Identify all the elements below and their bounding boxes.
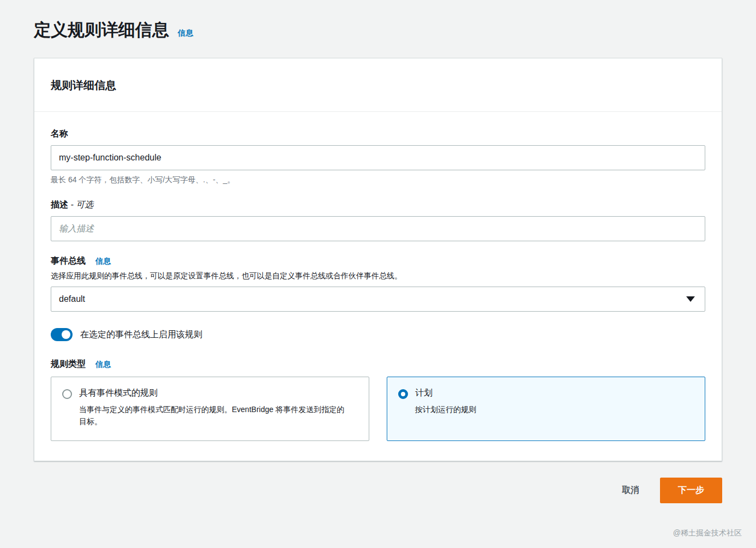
footer-actions: 取消 下一步: [34, 478, 722, 503]
rule-type-field: 规则类型 信息 具有事件模式的规则 当事件与定义的事件模式匹配时运行的规则。Ev…: [51, 359, 705, 441]
event-bus-selected-value: default: [59, 294, 85, 304]
description-label: 描述 - 可选: [51, 199, 705, 211]
page-title-row: 定义规则详细信息 信息: [34, 19, 722, 41]
card-body: 名称 最长 64 个字符，包括数字、小写/大写字母、.、-、_。 描述 - 可选…: [34, 112, 722, 461]
rule-type-option-event-pattern[interactable]: 具有事件模式的规则 当事件与定义的事件模式匹配时运行的规则。EventBridg…: [51, 377, 369, 441]
toggle-knob: [62, 330, 70, 339]
rule-type-option-schedule[interactable]: 计划 按计划运行的规则: [387, 377, 705, 441]
description-optional-text: - 可选: [70, 200, 93, 209]
name-input[interactable]: [51, 145, 705, 170]
rule-details-card: 规则详细信息 名称 最长 64 个字符，包括数字、小写/大写字母、.、-、_。 …: [34, 58, 722, 461]
page: 定义规则详细信息 信息 规则详细信息 名称 最长 64 个字符，包括数字、小写/…: [0, 0, 756, 503]
option-text: 具有事件模式的规则 当事件与定义的事件模式匹配时运行的规则。EventBridg…: [79, 388, 352, 428]
next-button[interactable]: 下一步: [660, 478, 722, 503]
rule-type-options: 具有事件模式的规则 当事件与定义的事件模式匹配时运行的规则。EventBridg…: [51, 377, 705, 441]
name-hint: 最长 64 个字符，包括数字、小写/大写字母、.、-、_。: [51, 175, 705, 185]
page-title: 定义规则详细信息: [34, 19, 169, 41]
event-bus-label: 事件总线: [51, 255, 86, 267]
chevron-down-icon: [686, 296, 695, 302]
radio-unchecked-icon[interactable]: [62, 389, 72, 399]
option-title: 计划: [415, 388, 476, 399]
event-bus-info-link[interactable]: 信息: [95, 257, 111, 266]
option-title: 具有事件模式的规则: [79, 388, 352, 399]
rule-type-label: 规则类型: [51, 359, 86, 370]
option-description: 当事件与定义的事件模式匹配时运行的规则。EventBridge 将事件发送到指定…: [79, 403, 352, 428]
enable-rule-toggle-row: 在选定的事件总线上启用该规则: [51, 328, 705, 341]
watermark: @稀土掘金技术社区: [673, 528, 742, 538]
rule-type-info-link[interactable]: 信息: [95, 360, 111, 370]
event-bus-label-row: 事件总线 信息: [51, 255, 705, 267]
event-bus-field: 事件总线 信息 选择应用此规则的事件总线，可以是原定设置事件总线，也可以是自定义…: [51, 255, 705, 312]
rule-type-label-row: 规则类型 信息: [51, 359, 705, 370]
description-input[interactable]: [51, 216, 705, 241]
description-field: 描述 - 可选: [51, 199, 705, 241]
enable-rule-toggle[interactable]: [51, 328, 73, 341]
event-bus-select[interactable]: default: [51, 287, 705, 312]
event-bus-hint: 选择应用此规则的事件总线，可以是原定设置事件总线，也可以是自定义事件总线或合作伙…: [51, 271, 705, 281]
radio-checked-icon[interactable]: [398, 389, 408, 399]
enable-rule-toggle-label: 在选定的事件总线上启用该规则: [80, 329, 202, 341]
cancel-button[interactable]: 取消: [622, 485, 639, 496]
description-label-text: 描述: [51, 200, 68, 209]
option-description: 按计划运行的规则: [415, 403, 476, 415]
option-text: 计划 按计划运行的规则: [415, 388, 476, 415]
card-header-title: 规则详细信息: [51, 78, 705, 93]
card-header: 规则详细信息: [34, 58, 722, 112]
name-field: 名称 最长 64 个字符，包括数字、小写/大写字母、.、-、_。: [51, 128, 705, 185]
name-label: 名称: [51, 128, 705, 140]
page-title-info-link[interactable]: 信息: [178, 28, 193, 38]
